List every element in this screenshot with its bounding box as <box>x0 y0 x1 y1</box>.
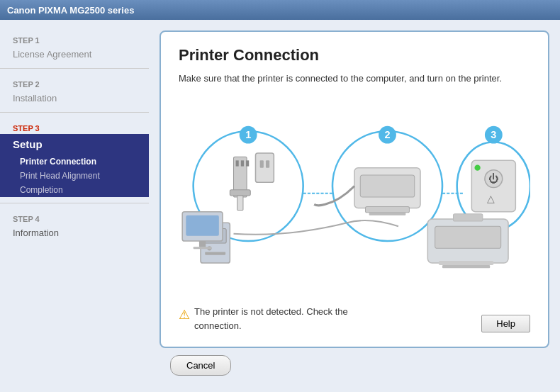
svg-text:⏻: ⏻ <box>488 173 498 184</box>
page-title: Printer Connection <box>179 46 530 65</box>
step3-sub-items: Printer Connection Print Head Alignment … <box>0 155 149 197</box>
step4-label: STEP 4 <box>0 209 149 225</box>
svg-rect-32 <box>205 252 225 254</box>
svg-rect-7 <box>256 153 274 182</box>
svg-rect-15 <box>360 175 414 197</box>
separator-1 <box>0 68 149 69</box>
separator-2 <box>0 112 149 113</box>
svg-rect-17 <box>369 212 406 215</box>
svg-rect-34 <box>186 215 219 236</box>
svg-rect-41 <box>454 214 483 221</box>
diagram-area: 1 2 <box>179 96 530 298</box>
svg-rect-3 <box>237 196 243 211</box>
svg-text:1: 1 <box>245 129 251 140</box>
connection-diagram: 1 2 <box>179 119 530 275</box>
sidebar-item-installation: Installation <box>0 90 149 106</box>
svg-rect-8 <box>260 160 264 167</box>
svg-rect-36 <box>194 247 212 249</box>
bottom-section: ⚠ The printer is not detected. Check the… <box>179 305 530 332</box>
svg-rect-4 <box>236 160 239 166</box>
svg-point-25 <box>474 164 480 170</box>
step1-label: STEP 1 <box>0 30 149 46</box>
warning-message: ⚠ The printer is not detected. Check the… <box>179 305 391 332</box>
sidebar-subitem-printer-connection[interactable]: Printer Connection <box>0 155 149 169</box>
svg-rect-40 <box>442 265 490 268</box>
title-bar-label: Canon PIXMA MG2500 series <box>7 5 134 16</box>
svg-text:2: 2 <box>384 129 390 140</box>
sidebar-subitem-completion[interactable]: Completion <box>0 183 149 197</box>
content-box: Printer Connection Make sure that the pr… <box>159 30 549 348</box>
svg-rect-39 <box>439 261 494 265</box>
sidebar-item-setup: Setup <box>0 134 149 155</box>
content-area: Printer Connection Make sure that the pr… <box>149 20 560 392</box>
title-bar: Canon PIXMA MG2500 series <box>0 0 560 20</box>
svg-rect-16 <box>366 206 410 212</box>
svg-rect-38 <box>435 226 501 248</box>
warning-icon: ⚠ <box>179 306 190 325</box>
svg-text:△: △ <box>487 193 495 204</box>
svg-rect-35 <box>199 241 206 247</box>
sidebar: STEP 1 License Agreement STEP 2 Installa… <box>0 20 149 392</box>
svg-rect-9 <box>266 160 269 167</box>
help-button[interactable]: Help <box>481 315 530 332</box>
sidebar-item-information: Information <box>0 225 149 241</box>
cancel-area: Cancel <box>159 348 549 381</box>
svg-rect-6 <box>246 160 249 166</box>
svg-rect-2 <box>230 189 250 195</box>
separator-3 <box>0 203 149 203</box>
cancel-button[interactable]: Cancel <box>170 355 231 376</box>
warning-text-content: The printer is not detected. Check the c… <box>194 305 391 332</box>
content-description: Make sure that the printer is connected … <box>179 72 530 86</box>
sidebar-subitem-print-head[interactable]: Print Head Alignment <box>0 169 149 183</box>
step3-label: STEP 3 <box>0 118 149 134</box>
svg-text:3: 3 <box>491 129 496 140</box>
svg-rect-5 <box>241 160 244 166</box>
sidebar-item-license: License Agreement <box>0 46 149 62</box>
step2-label: STEP 2 <box>0 74 149 90</box>
